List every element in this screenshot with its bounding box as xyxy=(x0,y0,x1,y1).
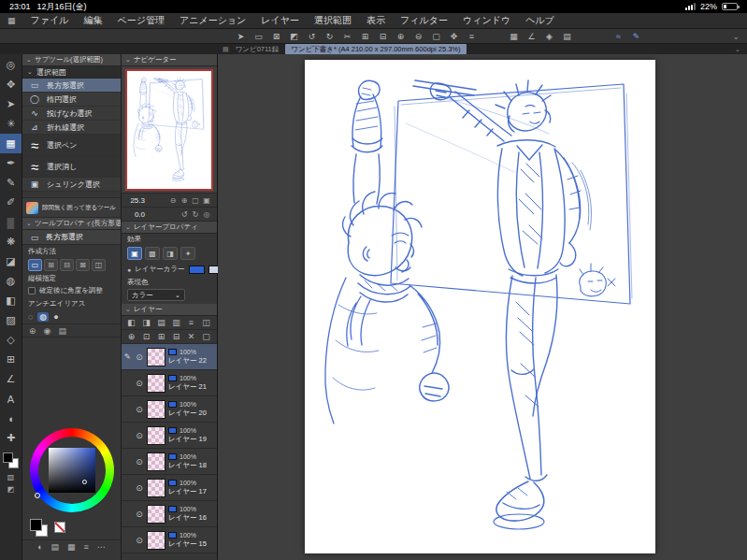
selection-mode-icon[interactable]: ⊠ xyxy=(76,259,90,271)
toolbar-icon[interactable]: ▦ xyxy=(505,32,523,41)
toolbar-icon[interactable]: ✥ xyxy=(445,32,463,41)
toolbar-active-icon[interactable]: ≈ xyxy=(610,32,627,41)
tool-icon[interactable]: ◎ xyxy=(0,55,22,75)
layer-command-icon[interactable]: ▥ xyxy=(171,318,181,327)
subtool-item[interactable]: ≈ 選択ペン xyxy=(22,135,121,156)
canvas-area[interactable] xyxy=(218,54,747,560)
angle-adjust-option[interactable]: 確定後に角度を調整 xyxy=(22,284,121,297)
layer-row[interactable]: ✎ ⊙ 100% レイヤー 16 xyxy=(122,501,217,527)
subtool-item[interactable]: ◯ 楕円選択 xyxy=(22,93,121,107)
layer-thumbnail[interactable] xyxy=(147,531,165,550)
layer-effect-icon[interactable]: ✦ xyxy=(180,247,195,260)
panel-collapse-icon[interactable]: ⌄ xyxy=(125,306,131,313)
toolbar-chevron-icon[interactable]: ⌄ xyxy=(732,32,740,41)
layer-row[interactable]: ✎ ⊙ 100% レイヤー 17 xyxy=(122,475,217,501)
tab-menu-icon[interactable]: ▤ xyxy=(223,46,229,53)
tool-icon[interactable]: ◧ xyxy=(0,291,22,310)
tool-icon[interactable]: ✎ xyxy=(0,173,22,193)
color-panel-tab-icon[interactable]: ⋯ xyxy=(97,542,106,552)
layer-effect-icon[interactable]: ◨ xyxy=(163,247,178,260)
layer-command-icon[interactable]: ≡ xyxy=(186,318,196,327)
toolbar-icon[interactable]: ↻ xyxy=(321,32,338,41)
main-color-swatch[interactable] xyxy=(3,452,13,463)
color-panel-tab-icon[interactable]: ▦ xyxy=(67,542,76,552)
canvas-page[interactable] xyxy=(305,60,655,553)
layer-command-icon[interactable]: ⊕ xyxy=(126,332,136,341)
sv-cursor[interactable] xyxy=(82,480,87,484)
toolbar-icon[interactable]: ⊟ xyxy=(374,32,392,41)
layer-thumbnail[interactable] xyxy=(147,452,165,471)
toolbar-icon[interactable]: ⊞ xyxy=(356,32,374,41)
layer-effect-icon[interactable]: ▩ xyxy=(145,247,160,260)
toolbar-active-icon[interactable]: ✎ xyxy=(627,32,645,41)
layer-visibility-eye-icon[interactable]: ⊙ xyxy=(135,431,144,440)
tool-icon[interactable]: ✥ xyxy=(0,75,22,94)
toolbar-icon[interactable]: ◩ xyxy=(285,32,303,41)
app-grid-icon[interactable]: ▦ xyxy=(7,16,16,25)
subtool-item[interactable]: ▭ 長方形選択 xyxy=(22,79,121,93)
angle-adjust-checkbox[interactable] xyxy=(28,287,36,294)
antialias-option-icon[interactable]: ◍ xyxy=(37,312,49,322)
color-panel-tab-icon[interactable]: ▤ xyxy=(51,542,60,552)
toolbar-icon[interactable]: ▢ xyxy=(427,32,445,41)
layer-visibility-eye-icon[interactable]: ⊙ xyxy=(135,352,144,362)
layer-command-icon[interactable]: ◨ xyxy=(141,318,151,327)
layer-thumbnail[interactable] xyxy=(147,505,165,524)
layer-row[interactable]: ✎ ⊙ 100% レイヤー 15 xyxy=(122,527,217,553)
tool-icon[interactable]: ◇ xyxy=(0,330,22,350)
tool-strip-bottom-icon[interactable]: ▧ xyxy=(7,473,15,481)
toolbar-icon[interactable]: ⊖ xyxy=(409,32,427,41)
tool-icon[interactable]: ✳ xyxy=(0,114,22,134)
layer-visibility-eye-icon[interactable]: ⊙ xyxy=(135,457,144,467)
subtool-panel-title[interactable]: ⌄ サブツール(選択範囲) xyxy=(22,54,121,66)
aspect-label[interactable]: 縦横指定 xyxy=(22,272,121,284)
layer-color-chip[interactable] xyxy=(189,266,205,274)
panel-collapse-icon[interactable]: ⌄ xyxy=(125,56,131,64)
foreground-color-swatch[interactable] xyxy=(30,519,42,531)
color-panel-tab-icon[interactable]: ◐ xyxy=(37,542,42,552)
tool-icon[interactable]: ▒ xyxy=(0,212,22,232)
tool-icon[interactable]: ∠ xyxy=(0,369,22,389)
tool-icon[interactable]: ◍ xyxy=(0,271,22,291)
tab-active[interactable]: ワンピ下書き* (A4 210.00 x 297.00mm 600dpi 25.… xyxy=(285,44,466,54)
expression-color-dropdown[interactable]: カラー ⌄ xyxy=(127,289,185,301)
toolbar-icon[interactable]: ➤ xyxy=(232,32,250,41)
color-mixer-icon[interactable]: ⊕ xyxy=(29,326,36,336)
zoom-control-icon[interactable]: ⊕ xyxy=(179,196,190,205)
transparent-color-swatch[interactable] xyxy=(54,522,65,533)
menu-item[interactable]: ウィンドウ xyxy=(455,14,518,27)
layer-row[interactable]: ✎ ⊙ 100% レイヤー 22 xyxy=(122,344,217,370)
tool-icon[interactable]: ▨ xyxy=(0,310,22,330)
layer-visibility-eye-icon[interactable]: ⊙ xyxy=(135,510,144,519)
navigator-title[interactable]: ⌄ ナビゲーター xyxy=(122,54,217,66)
layer-command-icon[interactable]: ◫ xyxy=(201,318,211,327)
antialias-option-icon[interactable]: ● xyxy=(53,312,58,322)
layer-visibility-eye-icon[interactable]: ⊙ xyxy=(135,405,144,414)
layer-command-icon[interactable]: ⊞ xyxy=(156,332,166,341)
selection-mode-icon[interactable]: ◫ xyxy=(92,259,106,271)
toolbar-icon[interactable]: ↺ xyxy=(303,32,321,41)
panel-collapse-icon[interactable]: ⌄ xyxy=(26,56,32,64)
panel-collapse-icon[interactable]: ⌄ xyxy=(26,220,32,227)
layer-command-icon[interactable]: ◧ xyxy=(126,318,136,327)
layer-row[interactable]: ✎ ⊙ 100% レイヤー 21 xyxy=(122,370,217,396)
layer-thumbnail[interactable] xyxy=(147,400,165,419)
tool-icon[interactable]: ➤ xyxy=(0,94,22,114)
layer-visibility-eye-icon[interactable]: ⊙ xyxy=(135,379,144,388)
toolbar-icon[interactable]: ◈ xyxy=(540,32,558,41)
menu-item[interactable]: フィルター xyxy=(393,14,455,27)
layer-color-row[interactable]: ● レイヤーカラー xyxy=(122,262,217,277)
subtool-item[interactable]: ⊿ 折れ線選択 xyxy=(22,121,121,135)
subtool-item[interactable]: ∿ 投げなわ選択 xyxy=(22,107,121,121)
tool-icon[interactable]: ▦ xyxy=(0,134,22,153)
layer-panel-title[interactable]: ⌄ レイヤー xyxy=(122,304,217,316)
layer-visibility-eye-icon[interactable]: ⊙ xyxy=(135,536,144,545)
layer-thumbnail[interactable] xyxy=(147,374,165,393)
menu-item[interactable]: レイヤー xyxy=(253,14,307,27)
tool-icon[interactable]: A xyxy=(0,389,22,409)
layer-row[interactable]: ✎ ⊙ 100% レイヤー 19 xyxy=(122,423,217,449)
layer-effect-icon[interactable]: ▣ xyxy=(127,247,142,260)
selection-mode-icon[interactable]: ⊟ xyxy=(60,259,74,271)
tool-icon[interactable]: ✐ xyxy=(0,193,22,212)
navigator-page-thumbnail[interactable] xyxy=(127,71,211,189)
